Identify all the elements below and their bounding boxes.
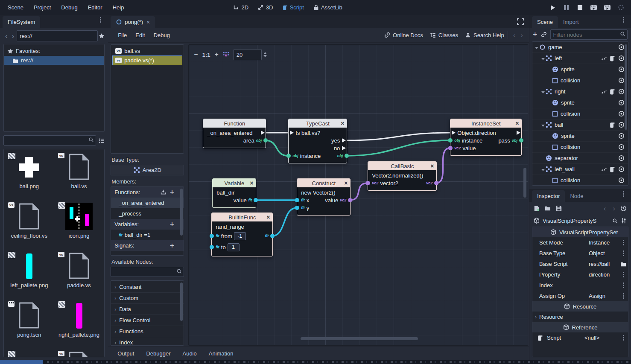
- categories-scrollbar[interactable]: [180, 282, 183, 321]
- seq-out-port[interactable]: [342, 146, 346, 150]
- script-icon[interactable]: [610, 55, 615, 61]
- filter-nodes-input[interactable]: [550, 29, 628, 40]
- zoom-out-button[interactable]: −: [194, 51, 198, 58]
- tab-node[interactable]: Node: [565, 190, 588, 202]
- vc2-in-port[interactable]: [448, 146, 453, 150]
- node-close-icon[interactable]: ×: [266, 213, 270, 221]
- file-item-right_pallete.png[interactable]: right_pallete.png: [55, 300, 104, 350]
- eye-icon[interactable]: [618, 44, 625, 50]
- seq-in-port[interactable]: [452, 131, 456, 135]
- dock-menu-icon[interactable]: [623, 19, 624, 20]
- play-button[interactable]: [549, 4, 557, 12]
- eye-icon[interactable]: [618, 77, 625, 84]
- file-item[interactable]: [55, 350, 104, 357]
- signal-icon[interactable]: [601, 89, 607, 94]
- eye-icon[interactable]: [618, 66, 625, 73]
- available-nodes-search-input[interactable]: [111, 267, 184, 277]
- distraction-free-icon[interactable]: [517, 18, 524, 25]
- flt-in-port[interactable]: [210, 245, 214, 249]
- scene-node-collision[interactable]: collision: [532, 175, 628, 186]
- graph-node-callbasic[interactable]: CallBasic×Vector2.normalized()vc2vector2…: [368, 161, 437, 191]
- inspector-forward-button[interactable]: ›: [611, 205, 617, 212]
- property-value[interactable]: Assign: [589, 293, 619, 299]
- file-item-ceiling_floor.vs[interactable]: ceiling_floor.vs: [5, 201, 54, 251]
- stop-button[interactable]: [576, 4, 584, 12]
- seq-out-port[interactable]: [261, 131, 265, 135]
- online-docs-button[interactable]: Online Docs: [384, 32, 423, 38]
- script-menu-debug[interactable]: Debug: [150, 30, 174, 40]
- snap-step-input[interactable]: [234, 49, 262, 60]
- scene-node-left[interactable]: left: [532, 53, 628, 64]
- dock-menu-icon[interactable]: [623, 193, 624, 195]
- graph-node-instanceset[interactable]: InstanceSet×Object:directionobjinstancep…: [450, 119, 522, 156]
- inspector-section-resource[interactable]: Resource: [532, 301, 628, 312]
- flt-in-port[interactable]: [295, 198, 299, 202]
- scene-node-sprite[interactable]: sprite: [532, 97, 628, 108]
- scene-node-game[interactable]: game: [532, 42, 628, 53]
- property-value[interactable]: Instance: [589, 239, 619, 246]
- script-icon[interactable]: [610, 89, 615, 95]
- vc2-in-port[interactable]: [366, 181, 370, 185]
- classes-button[interactable]: Classes: [430, 32, 458, 38]
- eye-icon[interactable]: [618, 111, 625, 117]
- tab-filesystem[interactable]: FileSystem: [3, 16, 40, 28]
- scene-node-sprite[interactable]: sprite: [532, 131, 628, 142]
- file-item-pong.tscn[interactable]: pong.tscn: [5, 300, 54, 350]
- zoom-reset-button[interactable]: 1:1: [202, 52, 210, 58]
- search-help-button[interactable]: Search Help: [465, 32, 504, 38]
- eye-icon[interactable]: [618, 155, 625, 161]
- file-item-left_pallete.png[interactable]: left_pallete.png: [5, 251, 54, 300]
- menu-help[interactable]: Help: [108, 3, 129, 12]
- script-menu-file[interactable]: File: [114, 30, 131, 40]
- scene-node-separator[interactable]: separator: [532, 153, 628, 164]
- favorite-star-icon[interactable]: [99, 33, 105, 39]
- menu-scene[interactable]: Scene: [3, 3, 28, 12]
- inspector-section-reference[interactable]: Reference: [532, 322, 628, 332]
- display-mode-icon[interactable]: [99, 138, 105, 143]
- category-flow-control[interactable]: ›Flow Control: [111, 315, 184, 326]
- collapse-arrow-icon[interactable]: [541, 166, 546, 172]
- seq-in-port[interactable]: [290, 131, 294, 135]
- flt-in-port[interactable]: [295, 206, 299, 210]
- graph-node-typecast[interactable]: TypeCast×Is ball.vs?yesnoobjinstanceobj: [288, 119, 347, 163]
- tab-pong-scene[interactable]: pong(*) ×: [111, 16, 155, 28]
- snap-grid-icon[interactable]: [223, 52, 229, 58]
- pause-button[interactable]: [563, 4, 570, 12]
- file-item-icon.png[interactable]: icon.png: [55, 201, 104, 251]
- eye-icon[interactable]: [618, 99, 625, 106]
- node-close-icon[interactable]: ×: [344, 179, 348, 187]
- file-item-paddle.vs[interactable]: paddle.vs: [55, 251, 104, 300]
- script-item-paddle.vs[interactable]: paddle.vs(*): [113, 56, 182, 65]
- category-functions[interactable]: ›Functions: [111, 326, 184, 337]
- value-field[interactable]: -1: [234, 232, 246, 240]
- scene-node-sprite[interactable]: sprite: [532, 64, 628, 75]
- graph-node-function[interactable]: Function_on_area_enteredareaobj: [203, 119, 266, 148]
- eye-icon[interactable]: [618, 133, 625, 139]
- zoom-in-button[interactable]: +: [214, 51, 218, 58]
- eye-icon[interactable]: [618, 166, 625, 172]
- bottom-tab-audio[interactable]: Audio: [177, 349, 202, 358]
- workspace-2d[interactable]: 2D: [230, 3, 252, 12]
- graph-node-construct[interactable]: Construct×new Vector2()fltxvaluevc2flty: [297, 178, 351, 215]
- scene-node-collision[interactable]: collision: [532, 108, 628, 119]
- scene-node-ball[interactable]: ball: [532, 119, 628, 131]
- tab-import[interactable]: Import: [558, 16, 584, 28]
- signal-icon[interactable]: [601, 55, 607, 61]
- tab-close-icon[interactable]: ×: [146, 19, 150, 26]
- play-custom-scene-button[interactable]: [604, 4, 611, 12]
- property-value[interactable]: Object: [589, 250, 619, 256]
- menu-project[interactable]: Project: [29, 3, 55, 12]
- tab-scene[interactable]: Scene: [532, 16, 558, 28]
- folder-icon[interactable]: [619, 262, 628, 267]
- value-field[interactable]: 1: [228, 243, 240, 251]
- member-_process[interactable]: _process: [111, 208, 184, 219]
- history-icon[interactable]: [620, 205, 627, 212]
- base-type-button[interactable]: Area2D: [111, 165, 184, 175]
- eye-icon[interactable]: [618, 177, 625, 183]
- inspector-fold-resource[interactable]: ›Resource: [532, 312, 628, 322]
- filesystem-search-input[interactable]: [3, 135, 96, 146]
- seq-out-port[interactable]: [342, 138, 346, 143]
- save-resource-icon[interactable]: [556, 205, 562, 211]
- bottom-tab-debugger[interactable]: Debugger: [141, 349, 175, 358]
- scene-node-collision[interactable]: collision: [532, 75, 628, 86]
